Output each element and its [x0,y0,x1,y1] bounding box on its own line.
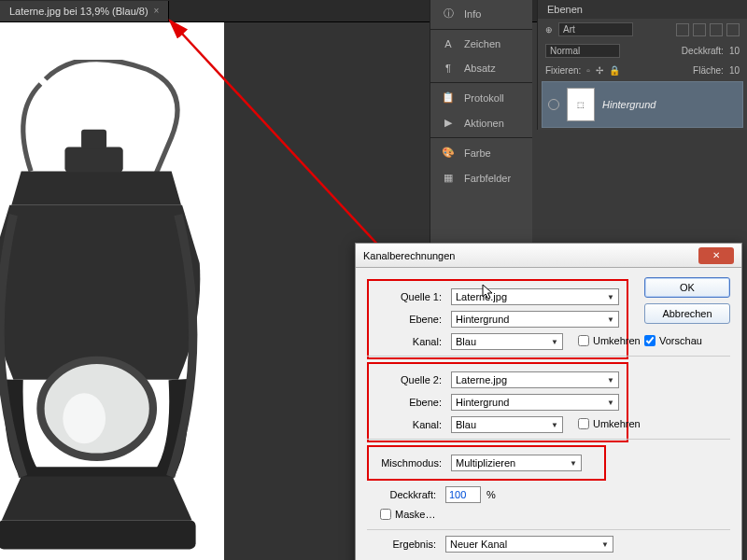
blendmode-select[interactable]: Multiplizieren▼ [451,455,582,471]
source2-invert-checkbox[interactable]: Umkehren [578,418,651,429]
source2-channel-select[interactable]: Blau▼ [451,416,563,433]
source2-channel-label: Kanal: [373,419,445,430]
filter-type-icon[interactable] [710,23,723,36]
dialog-title-text: Kanalberechnungen [363,250,455,261]
filter-adjust-icon[interactable] [693,23,706,36]
lock-all-icon[interactable]: 🔒 [609,65,620,76]
source2-label: Quelle 2: [373,374,445,385]
fill-value[interactable]: 10 [729,65,740,76]
info-icon: ⓘ [440,7,457,21]
document-canvas[interactable] [0,22,224,560]
layers-panel: Ebenen ⊕ Art Normal Deckkraft: 10 Fixier… [537,0,747,130]
visibility-icon[interactable] [548,99,559,110]
svg-point-3 [63,393,106,443]
panel-farbfelder[interactable]: ▦Farbfelder [430,165,532,190]
ok-button[interactable]: OK [644,277,730,298]
svg-rect-0 [64,147,122,172]
lock-label: Fixieren: [545,65,581,76]
result-label: Ergebnis: [367,539,440,550]
lantern-image [0,60,205,560]
character-icon: A [440,38,457,49]
panel-farbe[interactable]: 🎨Farbe [430,140,532,165]
dialog-titlebar[interactable]: Kanalberechnungen ✕ [356,244,741,268]
dialog-opacity-label: Deckkraft: [367,489,440,500]
document-tab[interactable]: Laterne.jpg bei 13,9% (Blau/8) × [0,1,169,21]
source1-select[interactable]: Laterne.jpg▼ [451,288,619,305]
fill-label: Fläche: [693,65,724,76]
dialog-opacity-input[interactable]: 100 [445,486,481,503]
source1-channel-select[interactable]: Blau▼ [451,333,563,350]
layer-row-hintergrund[interactable]: ⬚ Hintergrund [542,81,743,128]
filter-shape-icon[interactable] [726,23,740,36]
lock-position-icon[interactable]: ✢ [596,65,603,76]
close-tab-icon[interactable]: × [154,6,160,16]
svg-rect-1 [81,130,106,149]
preview-checkbox[interactable]: Vorschau [644,335,730,346]
lock-pixels-icon[interactable]: ▫ [586,65,590,76]
paragraph-icon: ¶ [440,63,457,74]
calculations-dialog: Kanalberechnungen ✕ OK Abbrechen Vorscha… [355,243,742,560]
cancel-button[interactable]: Abbrechen [644,303,730,324]
layer-filter-icons[interactable] [676,23,740,36]
result-select[interactable]: Neuer Kanal▼ [445,536,613,553]
source1-highlight: Quelle 1: Laterne.jpg▼ Ebene: Hintergrun… [367,279,628,359]
panel-aktionen[interactable]: ▶Aktionen [430,110,532,135]
source2-layer-label: Ebene: [373,397,445,408]
history-icon: 📋 [440,91,457,104]
dialog-opacity-unit: % [486,489,496,500]
source1-layer-select[interactable]: Hintergrund▼ [451,311,619,328]
source2-highlight: Quelle 2: Laterne.jpg▼ Ebene: Hintergrun… [367,362,628,442]
layer-thumbnail[interactable]: ⬚ [567,88,595,121]
source1-layer-label: Ebene: [373,314,445,325]
panel-zeichen[interactable]: AZeichen [430,32,532,56]
blendmode-highlight: Mischmodus: Multiplizieren▼ [367,445,606,481]
layer-name: Hintergrund [602,99,655,110]
opacity-label: Deckkraft: [682,46,724,56]
layers-panel-tab[interactable]: Ebenen [538,0,747,19]
blend-mode-select[interactable]: Normal [545,44,620,58]
color-icon: 🎨 [440,147,457,159]
panel-strip: ⓘInfo AZeichen ¶Absatz 📋Protokoll ▶Aktio… [430,0,532,280]
mask-checkbox[interactable]: Maske… [380,509,453,520]
swatches-icon: ▦ [440,172,457,184]
layer-kind-filter[interactable]: Art [558,22,633,36]
source1-channel-label: Kanal: [373,336,445,347]
panel-absatz[interactable]: ¶Absatz [430,56,532,80]
actions-icon: ▶ [440,117,457,129]
dialog-close-button[interactable]: ✕ [698,247,734,264]
filter-pixel-icon[interactable] [676,23,689,36]
panel-protokoll[interactable]: 📋Protokoll [430,85,532,110]
source2-select[interactable]: Laterne.jpg▼ [451,371,619,388]
document-tab-title: Laterne.jpg bei 13,9% (Blau/8) [9,6,148,17]
source1-label: Quelle 1: [373,291,445,302]
blendmode-label: Mischmodus: [373,457,445,469]
panel-info[interactable]: ⓘInfo [430,0,532,27]
opacity-value[interactable]: 10 [729,46,740,56]
source2-layer-select[interactable]: Hintergrund▼ [451,394,619,411]
svg-rect-4 [0,520,196,549]
source1-invert-checkbox[interactable]: Umkehren [578,335,651,346]
